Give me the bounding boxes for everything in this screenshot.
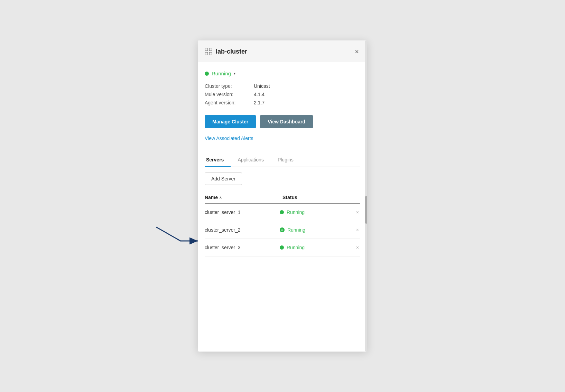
panel-title: lab-cluster [216,48,247,55]
cluster-icon [205,48,212,55]
manage-cluster-button[interactable]: Manage Cluster [205,115,256,128]
panel-header-left: lab-cluster [205,48,247,55]
panel-body: Running ▾ Cluster type: Unicast Mule ver… [198,62,367,352]
view-dashboard-button[interactable]: View Dashboard [260,115,313,128]
mule-version-label: Mule version: [205,92,250,97]
tab-applications[interactable]: Applications [236,153,271,167]
agent-version-value: 2.1.7 [254,100,265,105]
view-alerts-link[interactable]: View Associated Alerts [205,136,253,141]
server-status-text: Running [287,227,305,233]
tabs-list: Servers Applications Plugins [205,153,360,167]
action-buttons: Manage Cluster View Dashboard [205,115,360,128]
column-header-status: Status [282,195,360,200]
column-header-name: Name ∧ [205,195,282,200]
server-status: Running [280,245,355,250]
server-name: cluster_server_1 [205,209,280,215]
name-sort-icon[interactable]: ∧ [219,196,222,199]
server-status: Running [280,209,355,215]
info-row-agent-version: Agent version: 2.1.7 [205,99,360,107]
svg-rect-1 [205,48,208,51]
scrollbar-thumb[interactable] [365,196,367,224]
close-button[interactable]: × [353,47,360,56]
info-row-cluster-type: Cluster type: Unicast [205,82,360,90]
svg-rect-4 [209,52,212,55]
servers-table: Name ∧ Status cluster_server_1 Running × [205,192,360,256]
svg-rect-3 [205,52,208,55]
server-remove-icon[interactable]: × [355,244,360,251]
server-name: cluster_server_2 [205,227,280,233]
server-name: cluster_server_3 [205,245,280,250]
server-remove-icon[interactable]: × [355,208,360,216]
table-row: cluster_server_2 ★ Running × [205,221,360,239]
server-status-star-dot: ★ [280,227,285,232]
name-header-label: Name [205,195,218,200]
cluster-type-value: Unicast [254,83,270,89]
status-text: Running [212,71,231,76]
info-table: Cluster type: Unicast Mule version: 4.1.… [205,82,360,107]
add-server-button[interactable]: Add Server [205,172,242,185]
server-status-dot [280,245,284,250]
server-remove-icon[interactable]: × [355,226,360,234]
panel-header: lab-cluster × [198,40,367,62]
server-status-dot [280,210,284,214]
cluster-panel: lab-cluster × Running ▾ Cluster type: Un… [198,40,367,352]
tab-plugins[interactable]: Plugins [276,153,300,167]
server-status: ★ Running [280,227,355,233]
server-status-text: Running [287,245,305,250]
scrollbar[interactable] [365,40,367,352]
agent-version-label: Agent version: [205,100,250,105]
tabs-section: Servers Applications Plugins Add Server … [205,153,360,256]
tab-servers[interactable]: Servers [205,153,231,167]
cluster-type-label: Cluster type: [205,83,250,89]
mule-version-value: 4.1.4 [254,92,265,97]
page-wrapper: lab-cluster × Running ▾ Cluster type: Un… [0,0,565,392]
status-dropdown-icon[interactable]: ▾ [234,72,235,75]
svg-rect-2 [209,48,212,51]
status-row: Running ▾ [205,71,360,76]
table-row: cluster_server_3 Running × [205,239,360,256]
arrow-annotation [153,224,201,244]
server-status-text: Running [287,209,305,215]
status-indicator-dot [205,72,209,76]
table-header-row: Name ∧ Status [205,192,360,204]
info-row-mule-version: Mule version: 4.1.4 [205,90,360,99]
table-row: cluster_server_1 Running × [205,204,360,221]
